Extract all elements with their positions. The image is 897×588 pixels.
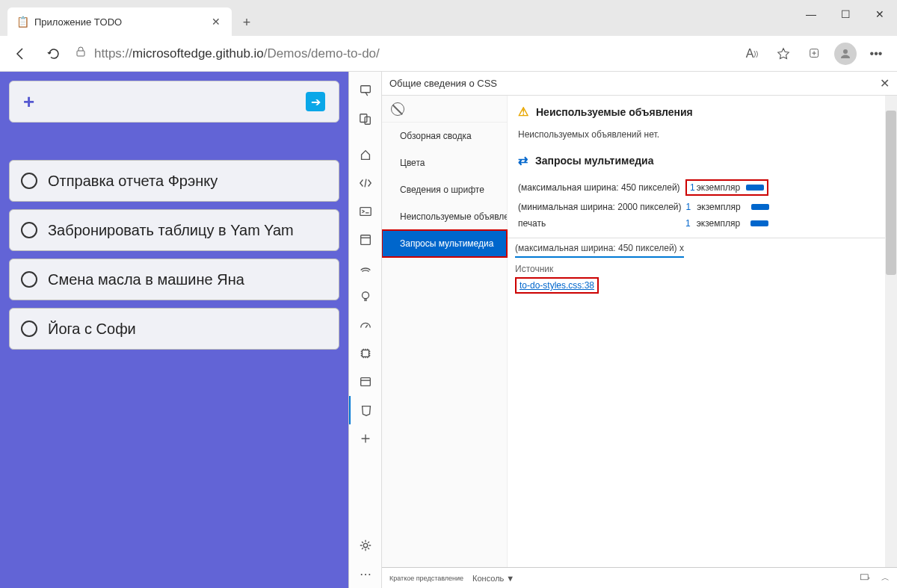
address-bar[interactable]: https://microsoftedge.github.io/Demos/de… (75, 46, 731, 61)
mq-label: (минимальная ширина: 2000 пикселей) (518, 202, 682, 212)
todo-item[interactable]: Смена масла в машине Яна (9, 259, 339, 300)
drawer-console-tab[interactable]: Консоль ▼ (472, 574, 514, 583)
tab-title: Приложение TODO (34, 16, 203, 28)
devtools-toolbar: ⋯ (349, 72, 382, 588)
nav-overview[interactable]: Обзорная сводка (382, 123, 507, 149)
svg-point-11 (363, 543, 367, 547)
lock-icon (75, 46, 87, 61)
source-label: Источник (515, 264, 890, 274)
css-overview-icon[interactable] (349, 396, 382, 424)
svg-rect-9 (362, 350, 369, 357)
todo-checkbox[interactable] (21, 173, 37, 189)
mq-inst: экземпляр (697, 218, 740, 229)
performance-icon[interactable] (349, 311, 382, 339)
detail-tab[interactable]: (максимальная ширина: 450 пикселей) x (515, 243, 684, 258)
more-tools-icon[interactable]: ⋯ (349, 560, 382, 588)
profile-avatar[interactable] (834, 43, 857, 65)
new-tab-button[interactable]: + (235, 10, 259, 34)
errors-icon[interactable] (859, 572, 871, 584)
mq-label: (максимальная ширина: 450 пикселей) (518, 182, 681, 193)
svg-rect-7 (360, 235, 370, 245)
mq-count: 1 (685, 218, 691, 229)
minimize-button[interactable]: ― (794, 0, 828, 28)
todo-label: Отправка отчета Фрэнку (48, 173, 218, 190)
svg-rect-0 (77, 51, 84, 56)
bar-icon (746, 185, 764, 191)
memory-icon[interactable] (349, 339, 382, 368)
close-panel-icon[interactable]: ✕ (880, 76, 890, 90)
devtools-drawer: Краткое представление Консоль ▼ ︿ (382, 567, 897, 588)
refresh-button[interactable] (42, 42, 66, 66)
svg-rect-6 (360, 208, 370, 216)
todo-label: Забронировать таблицу в Yam Yam (48, 222, 294, 239)
todo-checkbox[interactable] (21, 321, 37, 337)
highlight-box: to-do-styles.css:38 (515, 277, 599, 294)
todo-checkbox[interactable] (21, 271, 37, 288)
unused-header: Неиспользуемые объявления (536, 106, 693, 118)
submit-icon[interactable]: ➔ (306, 92, 325, 111)
svg-point-8 (362, 292, 369, 299)
read-aloud-button[interactable]: A)) (740, 42, 764, 66)
media-query-row[interactable]: (максимальная ширина: 450 пикселей) 1экз… (518, 179, 887, 196)
panel-title: Общие сведения о CSS (389, 78, 497, 89)
css-overview-nav: Обзорная сводка Цвета Сведения о шрифте … (382, 96, 508, 567)
sources-icon[interactable] (349, 226, 382, 254)
bar-icon (751, 204, 769, 210)
nav-unused[interactable]: Неиспользуемые объявления (382, 203, 507, 230)
network-icon[interactable] (349, 254, 382, 282)
nav-media-queries[interactable]: Запросы мультимедиа (382, 230, 507, 257)
clear-icon (391, 102, 404, 116)
maximize-button[interactable]: ☐ (828, 0, 863, 28)
collections-button[interactable] (803, 42, 827, 66)
unused-body: Неиспользуемых объявлений нет. (518, 129, 887, 140)
mq-inst: экземпляр (697, 202, 740, 212)
todo-item[interactable]: Йога с Софи (9, 308, 339, 350)
todo-item[interactable]: Забронировать таблицу в Yam Yam (9, 209, 339, 251)
close-tab-icon[interactable]: ✕ (209, 15, 223, 28)
device-icon[interactable] (349, 105, 382, 133)
inspect-icon[interactable] (349, 76, 382, 105)
bar-icon (750, 220, 768, 226)
devtools-panel: ⋯ Общие сведения о CSS ✕ Обзорная сводка… (348, 72, 897, 588)
media-query-row[interactable]: (минимальная ширина: 2000 пикселей) 1экз… (518, 202, 887, 212)
nav-toggle[interactable] (382, 96, 507, 123)
add-tool-icon[interactable] (349, 424, 382, 453)
todo-item[interactable]: Отправка отчета Фрэнку (9, 160, 339, 202)
media-header: Запросы мультимедиа (535, 155, 654, 167)
console-icon[interactable] (349, 197, 382, 226)
mq-label: печать (518, 218, 681, 229)
svg-rect-4 (360, 114, 366, 123)
svg-rect-12 (860, 574, 868, 579)
scrollbar[interactable] (885, 96, 897, 567)
svg-rect-5 (365, 117, 370, 124)
elements-icon[interactable] (349, 169, 382, 197)
url-text: https://microsoftedge.github.io/Demos/de… (94, 46, 380, 61)
close-window-button[interactable]: ✕ (863, 0, 897, 28)
browser-tab[interactable]: 📋 Приложение TODO ✕ (7, 7, 232, 36)
back-button[interactable] (9, 42, 33, 66)
welcome-icon[interactable] (349, 140, 382, 169)
page-icon: 📋 (16, 16, 28, 28)
add-todo-row: + ➔ (9, 81, 339, 123)
lightbulb-icon[interactable] (349, 282, 382, 311)
more-button[interactable]: ••• (864, 42, 888, 66)
nav-colors[interactable]: Цвета (382, 149, 507, 176)
todo-label: Йога с Софи (48, 321, 136, 338)
highlight-box: 1экземпляр (685, 179, 768, 196)
svg-rect-10 (360, 378, 370, 386)
arrow-icon: ⇄ (518, 153, 528, 167)
todo-checkbox[interactable] (21, 222, 37, 238)
scrollbar-thumb[interactable] (886, 111, 896, 275)
settings-icon[interactable] (349, 531, 382, 560)
source-link[interactable]: to-do-styles.css:38 (520, 280, 594, 291)
nav-fonts[interactable]: Сведения о шрифте (382, 176, 507, 203)
todo-label: Смена масла в машине Яна (48, 271, 244, 288)
application-icon[interactable] (349, 368, 382, 396)
warning-icon: ⚠ (518, 105, 528, 119)
favorite-button[interactable] (771, 42, 795, 66)
detail-tab-row: (максимальная ширина: 450 пикселей) x (508, 238, 897, 258)
add-icon[interactable]: + (23, 90, 34, 114)
collapse-drawer-icon[interactable]: ︿ (881, 572, 890, 584)
media-query-row[interactable]: печать 1экземпляр (518, 218, 887, 229)
svg-rect-3 (360, 86, 370, 93)
